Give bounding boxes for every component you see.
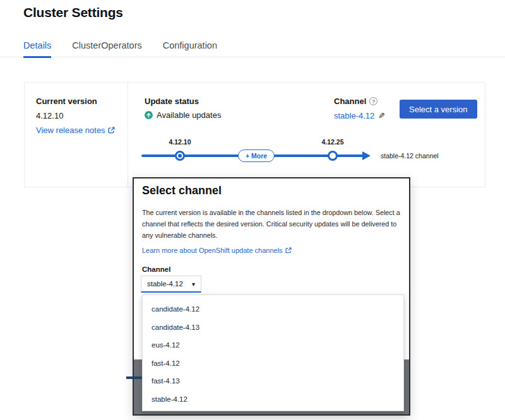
channel-option-fast-4-13[interactable]: fast-4.13 <box>143 372 403 390</box>
tab-details[interactable]: Details <box>23 40 51 58</box>
channel-dropdown-menu: candidate-4.12 candidate-4.13 eus-4.12 f… <box>142 295 404 411</box>
channel-select-toggle[interactable]: stable-4.12 ▾ <box>141 276 201 293</box>
update-timeline: 4.12.10 4.12.25 + More stable-4.12 chann… <box>141 138 485 171</box>
obscured-footer-button-fragment <box>126 376 142 379</box>
select-channel-modal: Select channel The current version is av… <box>133 177 410 416</box>
tab-configuration-label: Configuration <box>163 40 217 50</box>
timeline-arrowhead-icon <box>362 151 371 160</box>
channel-value-link[interactable]: stable-4.12 <box>334 111 374 120</box>
channel-option-eus-4-12[interactable]: eus-4.12 <box>143 336 403 354</box>
page-title: Cluster Settings <box>23 5 123 20</box>
select-version-button[interactable]: Select a version <box>400 100 477 119</box>
external-link-icon <box>285 247 292 254</box>
help-icon[interactable]: ? <box>369 97 377 105</box>
tab-bar: Details ClusterOperators Configuration <box>23 40 217 58</box>
pencil-icon[interactable]: ✎ <box>378 111 385 120</box>
channel-value-row: stable-4.12 ✎ <box>334 111 385 120</box>
update-status-line: Available updates <box>145 110 221 120</box>
arrow-circle-up-icon <box>145 111 153 119</box>
timeline-next-version-label: 4.12.25 <box>321 138 343 146</box>
channel-option-candidate-4-12[interactable]: candidate-4.12 <box>143 300 403 318</box>
channel-label: Channel ? <box>334 96 377 106</box>
channel-option-fast-4-12[interactable]: fast-4.12 <box>143 354 403 373</box>
learn-more-label: Learn more about OpenShift update channe… <box>142 247 283 254</box>
timeline-channel-caption: stable-4.12 channel <box>381 152 439 160</box>
cluster-version-card: Current version 4.12.10 View release not… <box>24 82 485 187</box>
learn-more-link[interactable]: Learn more about OpenShift update channe… <box>142 247 292 254</box>
timeline-current-version-label: 4.12.10 <box>169 138 191 146</box>
timeline-more-button[interactable]: + More <box>238 149 275 162</box>
modal-title: Select channel <box>142 184 222 197</box>
tab-details-label: Details <box>23 40 51 50</box>
card-column-divider <box>128 83 128 187</box>
tab-configuration[interactable]: Configuration <box>163 40 217 58</box>
update-status-value: Available updates <box>157 110 221 120</box>
cluster-settings-page: Cluster Settings Details ClusterOperator… <box>0 0 505 420</box>
timeline-current-node-icon <box>175 151 185 161</box>
tab-clusteroperators[interactable]: ClusterOperators <box>72 40 141 58</box>
current-version-label: Current version <box>36 96 97 106</box>
channel-label-text: Channel <box>334 96 366 106</box>
channel-option-candidate-4-13[interactable]: candidate-4.13 <box>143 318 403 337</box>
view-release-notes-label: View release notes <box>36 125 105 135</box>
timeline-next-node-icon <box>328 151 338 161</box>
external-link-icon <box>108 127 115 134</box>
current-version-value: 4.12.10 <box>36 111 63 120</box>
channel-select-value: stable-4.12 <box>147 280 183 288</box>
view-release-notes-link[interactable]: View release notes <box>36 125 115 135</box>
channel-option-stable-4-12[interactable]: stable-4.12 <box>143 390 403 409</box>
caret-down-icon: ▾ <box>192 281 195 288</box>
update-status-label: Update status <box>145 96 199 106</box>
tab-clusteroperators-label: ClusterOperators <box>72 40 141 50</box>
modal-channel-label: Channel <box>142 265 170 273</box>
modal-description: The current version is available in the … <box>142 207 402 241</box>
